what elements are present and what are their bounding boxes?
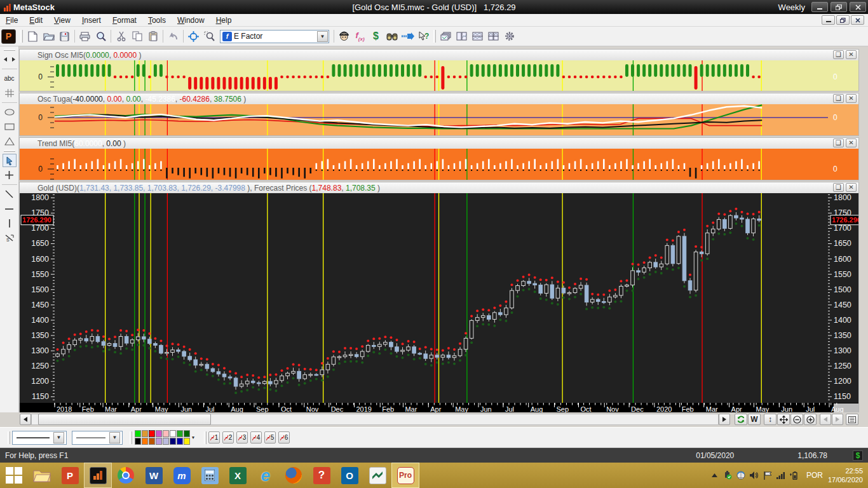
- panel-close-button[interactable]: ✕: [846, 50, 857, 59]
- scroll-right-button[interactable]: [10, 53, 17, 66]
- color-swatch[interactable]: [177, 438, 183, 445]
- panel-maximize-button[interactable]: ❑: [833, 94, 844, 103]
- panel-sign-osc-header[interactable]: Sign Osc MI5 (0.0000, 0.0000 ) ❑ ✕: [20, 50, 858, 60]
- gold-candlestick-chart[interactable]: 1800180017501750170017001650165016001600…: [20, 193, 858, 414]
- color-swatch[interactable]: [163, 430, 169, 437]
- crosshair-tool[interactable]: [3, 168, 17, 182]
- menu-help[interactable]: Help: [210, 15, 238, 26]
- trendline-tool[interactable]: [3, 187, 17, 201]
- new-document-button[interactable]: [25, 29, 41, 44]
- mdi-restore-button[interactable]: [836, 15, 850, 25]
- osc-tuga-plot[interactable]: 00: [20, 104, 858, 135]
- paste-button[interactable]: [145, 29, 161, 44]
- color-swatch[interactable]: [156, 438, 162, 445]
- hidden-icons-chevron[interactable]: [708, 466, 721, 485]
- grid-tool[interactable]: [3, 86, 17, 100]
- color-swatch[interactable]: [177, 430, 183, 437]
- language-flag-icon[interactable]: [761, 466, 775, 485]
- color-swatch[interactable]: [170, 430, 176, 437]
- downloader-button[interactable]: $: [368, 29, 384, 44]
- usb-device-icon[interactable]: [721, 466, 735, 485]
- scroll-left-button[interactable]: [2, 53, 9, 66]
- indicator-builder-button[interactable]: f(x): [352, 29, 368, 44]
- ellipse-tool[interactable]: [3, 105, 17, 119]
- dropdown-arrow[interactable]: ▼: [109, 432, 120, 444]
- palette-dropdown-arrow[interactable]: ▾: [192, 435, 194, 440]
- move-chart-button[interactable]: [777, 414, 790, 425]
- keyboard-language[interactable]: POR: [806, 471, 823, 480]
- save-chart-button[interactable]: [57, 29, 72, 44]
- zoom-box-button[interactable]: [201, 29, 217, 44]
- zoom-in-button[interactable]: [804, 414, 817, 425]
- menu-file[interactable]: File: [0, 15, 24, 26]
- taskbar-help-viewer-icon[interactable]: ?: [308, 463, 336, 488]
- volume-icon[interactable]: [748, 466, 761, 485]
- open-chart-button[interactable]: [41, 29, 57, 44]
- color-swatch[interactable]: [149, 430, 155, 437]
- taskbar-metastock-pro-icon[interactable]: Pro: [391, 463, 419, 488]
- line-style-dropdown[interactable]: ▼: [12, 431, 67, 445]
- menu-window[interactable]: Window: [172, 15, 210, 26]
- trend-mi5-plot[interactable]: 00: [20, 149, 858, 180]
- taskbar-outlook-icon[interactable]: O: [336, 463, 363, 488]
- panel-close-button[interactable]: ✕: [846, 139, 857, 147]
- panel-maximize-button[interactable]: ❑: [833, 139, 844, 147]
- color-swatch[interactable]: [156, 430, 162, 437]
- menu-insert[interactable]: Insert: [76, 15, 107, 26]
- whats-this-help-button[interactable]: ?: [416, 29, 431, 44]
- color-swatch[interactable]: [170, 438, 176, 445]
- chart-template-button-2[interactable]: 2: [222, 431, 234, 444]
- scrollbar-left-arrow[interactable]: [20, 414, 31, 425]
- clock[interactable]: 22:55 17/06/2020: [828, 466, 863, 485]
- horizontal-line-tool[interactable]: [3, 202, 17, 215]
- battery-icon[interactable]: [788, 466, 801, 485]
- print-preview-button[interactable]: [93, 29, 109, 44]
- zoom-out-button[interactable]: [790, 414, 803, 425]
- menu-view[interactable]: View: [48, 15, 76, 26]
- color-swatch[interactable]: [135, 438, 141, 445]
- color-swatch[interactable]: [142, 438, 148, 445]
- taskbar-internet-explorer-icon[interactable]: e: [252, 463, 280, 488]
- menu-tools[interactable]: Tools: [142, 15, 172, 26]
- semilog-trendline-tool[interactable]: S: [3, 231, 17, 245]
- taskbar-word-icon[interactable]: W: [140, 463, 168, 488]
- restore-button[interactable]: [831, 2, 847, 12]
- scrollbar-right-arrow[interactable]: [719, 414, 730, 425]
- sign-osc-plot[interactable]: 00: [20, 60, 858, 91]
- undo-button[interactable]: [165, 29, 181, 44]
- dropdown-arrow[interactable]: ▼: [53, 432, 64, 444]
- color-swatch[interactable]: [149, 438, 155, 445]
- print-button[interactable]: [77, 29, 93, 44]
- efactor-combobox[interactable]: f E Factor ▼: [220, 30, 329, 43]
- panel-close-button[interactable]: ✕: [846, 183, 857, 192]
- refresh-button[interactable]: [735, 414, 747, 425]
- metastock-pro-logo[interactable]: P: [1, 29, 16, 44]
- text-tool[interactable]: abc: [3, 72, 17, 85]
- taskbar-calculator-icon[interactable]: [196, 463, 224, 488]
- taskbar-excel-icon[interactable]: X: [224, 463, 252, 488]
- explorer-binoculars-button[interactable]: [384, 29, 400, 44]
- chart-template-button-5[interactable]: 5: [264, 431, 276, 444]
- chart-template-button-1[interactable]: 1: [208, 431, 220, 444]
- chart-template-button-4[interactable]: 4: [250, 431, 262, 444]
- menu-edit[interactable]: Edit: [24, 15, 48, 26]
- color-swatch[interactable]: [142, 430, 148, 437]
- panel-trend-mi5-header[interactable]: Trend MI5 (60.0000, 0.00 ) ❑ ✕: [20, 138, 858, 149]
- vertical-line-tool[interactable]: [3, 217, 17, 230]
- panel-osc-tuga-header[interactable]: Osc Tuga (-40.0000, 0.00, 0.00, -45.2386…: [20, 93, 858, 104]
- vertical-scale-button[interactable]: ↕: [764, 414, 776, 425]
- forward-button[interactable]: [832, 414, 843, 425]
- chart-template-button-6[interactable]: 6: [278, 431, 290, 444]
- taskbar-metastock-icon[interactable]: [84, 463, 112, 488]
- taskbar-file-explorer-icon[interactable]: [28, 463, 56, 488]
- taskbar-firefox-icon[interactable]: [280, 463, 308, 488]
- periodicity-weekly-button[interactable]: W: [748, 414, 761, 425]
- window-tile-horizontal-button[interactable]: [470, 29, 485, 44]
- combo-dropdown-arrow[interactable]: ▼: [317, 31, 328, 42]
- color-swatch[interactable]: [184, 438, 190, 445]
- window-tile-vertical-button[interactable]: [454, 29, 470, 44]
- color-swatch[interactable]: [135, 430, 141, 437]
- close-button[interactable]: [850, 2, 866, 12]
- network-icon[interactable]: [735, 466, 748, 485]
- taskbar-publisher-icon[interactable]: [363, 463, 391, 488]
